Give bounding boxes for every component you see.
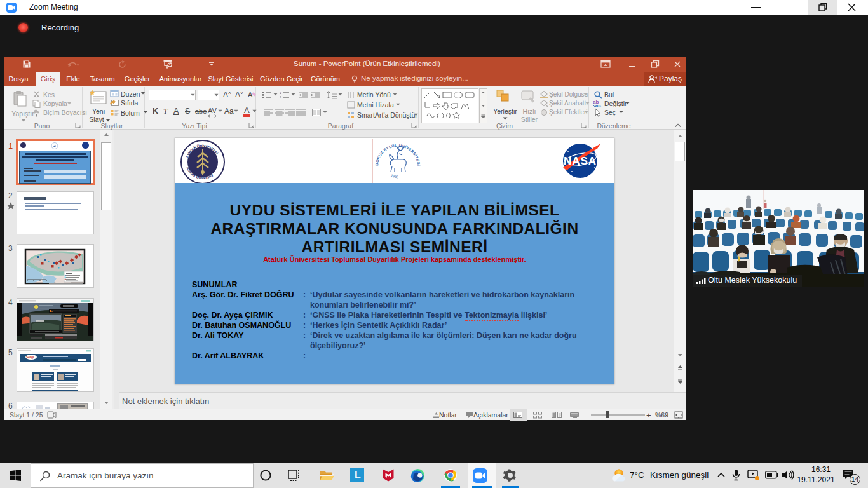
- svg-text:ac: ac: [595, 103, 601, 108]
- svg-text:NASA: NASA: [564, 155, 597, 167]
- svg-text:1982: 1982: [390, 173, 398, 179]
- svg-text:1: 1: [280, 91, 281, 95]
- svg-text:A: A: [248, 91, 253, 98]
- svg-text:DOKUZ EYLÜL ÜNİVERSİTESİ: DOKUZ EYLÜL ÜNİVERSİTESİ: [375, 144, 421, 166]
- svg-text:Sergi: Sergi: [26, 355, 34, 359]
- svg-text:2: 2: [280, 95, 281, 99]
